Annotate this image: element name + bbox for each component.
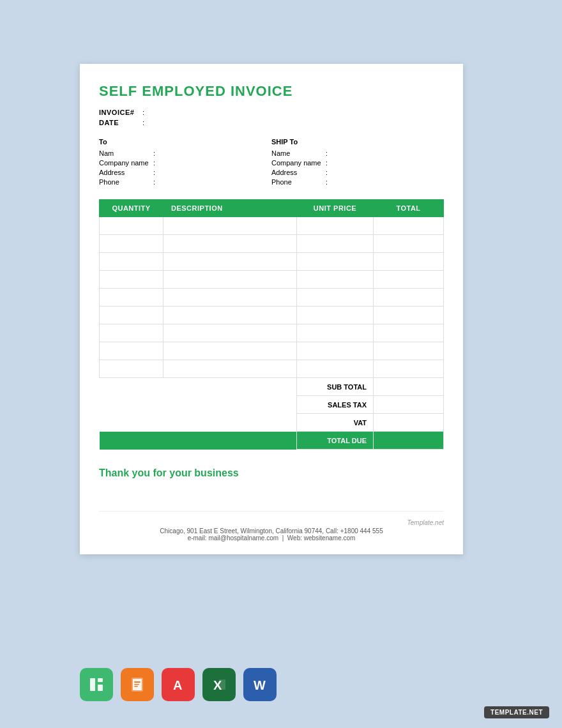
totals-value <box>374 396 444 414</box>
ship-to-section: SHIP To Name : Company name : Address : … <box>271 138 444 188</box>
cell-unit <box>297 271 374 289</box>
ship-to-phone-colon: : <box>326 178 328 186</box>
bill-to-company-label: Company name <box>99 159 153 167</box>
invoice-date-colon: : <box>142 119 144 126</box>
invoice-number-label: INVOICE# <box>99 109 140 116</box>
table-row <box>100 235 444 253</box>
bill-to-name-label: Nam <box>99 149 153 157</box>
bill-to-name-row: Nam : <box>99 149 271 157</box>
ship-to-name-label: Name <box>271 149 326 157</box>
cell-desc <box>163 235 297 253</box>
bill-to-title: To <box>99 138 271 146</box>
cell-qty <box>100 342 163 360</box>
ship-to-company-label: Company name <box>271 159 326 167</box>
pages-icon[interactable] <box>121 668 154 701</box>
cell-qty <box>100 289 163 307</box>
address-section: To Nam : Company name : Address : Phone … <box>99 138 444 188</box>
excel-icon[interactable]: X <box>202 668 236 701</box>
ship-to-phone-row: Phone : <box>271 178 444 186</box>
cell-qty <box>100 253 163 271</box>
bill-to-address-colon: : <box>153 169 155 176</box>
bill-to-company-row: Company name : <box>99 159 271 167</box>
cell-unit <box>297 289 374 307</box>
table-header-unit-price: UNIT PRICE <box>297 200 374 217</box>
bill-to-phone-colon: : <box>153 178 155 186</box>
totals-row: TOTAL DUE <box>100 432 444 450</box>
cell-unit <box>297 360 374 378</box>
ship-to-title: SHIP To <box>271 138 444 146</box>
ship-to-phone-label: Phone <box>271 178 326 186</box>
cell-desc <box>163 289 297 307</box>
totals-label: SUB TOTAL <box>297 378 374 396</box>
numbers-icon[interactable] <box>80 668 113 701</box>
bill-to-phone-row: Phone : <box>99 178 271 186</box>
cell-desc <box>163 324 297 342</box>
ship-to-address-colon: : <box>326 169 328 176</box>
cell-desc <box>163 271 297 289</box>
footer-section: Template.net Chicago, 901 East E Street,… <box>99 511 444 542</box>
table-row <box>100 342 444 360</box>
cell-total <box>374 342 444 360</box>
cell-unit <box>297 307 374 324</box>
footer-separator: | <box>282 535 284 542</box>
bill-to-company-colon: : <box>153 159 155 167</box>
app-icons-row: A X W <box>80 668 277 701</box>
ship-to-name-row: Name : <box>271 149 444 157</box>
word-icon[interactable]: W <box>243 668 277 701</box>
totals-label: SALES TAX <box>297 396 374 414</box>
svg-text:W: W <box>254 678 266 692</box>
watermark-text: Template.net <box>99 519 444 526</box>
table-row <box>100 289 444 307</box>
bill-to-name-colon: : <box>153 149 155 157</box>
cell-total <box>374 360 444 378</box>
footer-contact: e-mail: mail@hospitalname.com | Web: web… <box>99 535 444 542</box>
totals-row: SUB TOTAL <box>100 378 444 396</box>
svg-rect-2 <box>98 685 103 691</box>
thank-you-message: Thank you for your business <box>99 467 444 479</box>
totals-value <box>374 378 444 396</box>
table-row <box>100 253 444 271</box>
table-header-description: DESCRIPTION <box>163 200 297 217</box>
table-header-total: TOTAL <box>374 200 444 217</box>
ship-to-company-colon: : <box>326 159 328 167</box>
footer-email: mail@hospitalname.com <box>208 535 278 542</box>
bill-to-section: To Nam : Company name : Address : Phone … <box>99 138 271 188</box>
totals-label: TOTAL DUE <box>297 432 374 450</box>
cell-total <box>374 307 444 324</box>
svg-rect-10 <box>219 679 225 690</box>
acrobat-icon[interactable]: A <box>162 668 195 701</box>
cell-unit <box>297 253 374 271</box>
cell-qty <box>100 307 163 324</box>
ship-to-address-label: Address <box>271 169 326 176</box>
cell-desc <box>163 342 297 360</box>
ship-to-name-colon: : <box>326 149 328 157</box>
footer-address: Chicago, 901 East E Street, Wilmington, … <box>99 527 444 535</box>
table-row <box>100 360 444 378</box>
cell-unit <box>297 217 374 235</box>
bill-to-address-row: Address : <box>99 169 271 176</box>
cell-qty <box>100 235 163 253</box>
footer-web-label: Web: <box>287 535 302 542</box>
cell-total <box>374 289 444 307</box>
bill-to-address-label: Address <box>99 169 153 176</box>
svg-rect-6 <box>134 684 139 685</box>
invoice-date-label: DATE <box>99 119 140 126</box>
bill-to-phone-label: Phone <box>99 178 153 186</box>
footer-web: websitename.com <box>304 535 356 542</box>
cell-total <box>374 253 444 271</box>
cell-unit <box>297 324 374 342</box>
cell-qty <box>100 324 163 342</box>
table-row <box>100 307 444 324</box>
template-badge: TEMPLATE.NET <box>484 706 549 718</box>
table-header-quantity: QUANTITY <box>100 200 163 217</box>
invoice-document: SELF EMPLOYED INVOICE INVOICE# : DATE : … <box>80 64 463 554</box>
totals-value <box>374 432 444 450</box>
invoice-number-colon: : <box>142 109 144 116</box>
cell-qty <box>100 217 163 235</box>
invoice-table: QUANTITY DESCRIPTION UNIT PRICE TOTAL <box>99 199 444 450</box>
svg-text:A: A <box>173 678 182 692</box>
footer-email-label: e-mail: <box>188 535 207 542</box>
svg-rect-7 <box>134 686 138 687</box>
svg-rect-5 <box>134 681 140 683</box>
cell-desc <box>163 253 297 271</box>
